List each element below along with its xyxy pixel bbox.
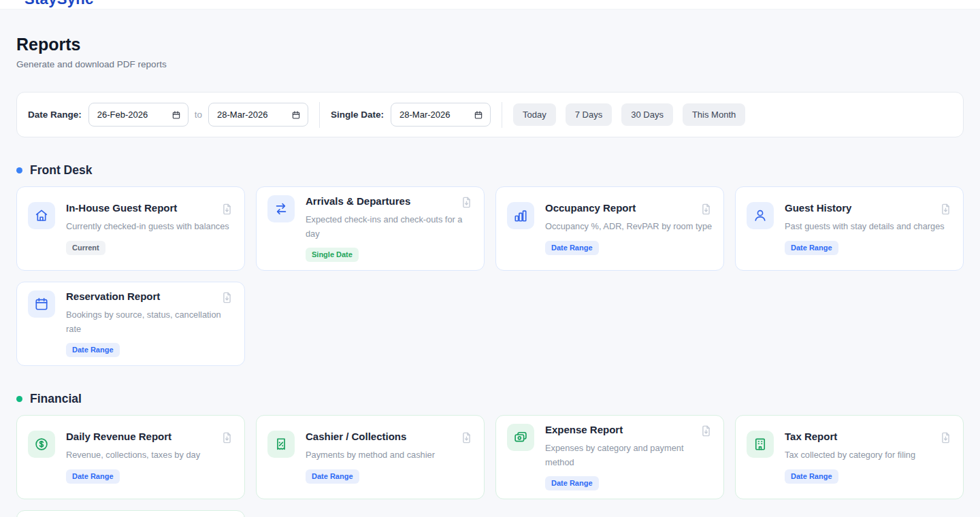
report-card-daily-revenue-report[interactable]: Daily Revenue ReportRevenue, collections… [16, 415, 245, 499]
section-front-desk: Front DeskIn-House Guest ReportCurrently… [16, 163, 964, 366]
report-card-grid: In-House Guest ReportCurrently checked-i… [16, 186, 964, 366]
card-description: Past guests with stay details and charge… [785, 220, 952, 234]
card-title: Arrivals & Departures [306, 195, 410, 208]
section-accent-dot [16, 396, 22, 402]
report-card-cashier-collections[interactable]: Cashier / CollectionsPayments by method … [256, 415, 485, 499]
app-header: StaySync [0, 0, 980, 10]
report-card-tax-report[interactable]: Tax ReportTax collected by category for … [735, 415, 964, 499]
app-logo[interactable]: StaySync [24, 0, 93, 8]
card-title: Reservation Report [66, 290, 160, 303]
card-badge: Date Range [66, 343, 120, 357]
report-card-arrivals-departures[interactable]: Arrivals & DeparturesExpected check-ins … [256, 186, 485, 271]
file-download-icon [460, 196, 473, 209]
file-download-icon [939, 203, 952, 216]
page-title: Reports [16, 35, 964, 54]
card-body: In-House Guest ReportCurrently checked-i… [66, 202, 233, 255]
cash-stack-icon [507, 424, 534, 451]
card-description: Payments by method and cashier [306, 448, 473, 463]
quick-range-button-7-days[interactable]: 7 Days [566, 103, 612, 126]
reports-page: Reports Generate and download PDF report… [0, 35, 980, 517]
card-title: In-House Guest Report [66, 202, 177, 215]
report-card-guest-history[interactable]: Guest HistoryPast guests with stay detai… [735, 186, 964, 271]
card-badge: Current [66, 241, 105, 255]
receipt-icon [267, 431, 295, 458]
section-header: Front Desk [16, 163, 964, 178]
filter-divider [502, 102, 502, 128]
card-badge: Date Range [545, 476, 599, 490]
section-header: Financial [16, 392, 964, 406]
card-description: Tax collected by category for filing [785, 448, 952, 463]
card-title: Daily Revenue Report [66, 431, 172, 444]
dollar-circle-icon [28, 431, 55, 458]
file-download-icon [700, 424, 713, 437]
quick-range-button-today[interactable]: Today [513, 103, 556, 126]
file-download-icon [220, 291, 233, 304]
card-body: Daily Revenue ReportRevenue, collections… [66, 431, 233, 484]
card-description: Occupancy %, ADR, RevPAR by room type [545, 220, 713, 234]
card-body: Tax ReportTax collected by category for … [785, 431, 952, 484]
card-body: Guest HistoryPast guests with stay detai… [785, 202, 952, 255]
card-body: Expense ReportExpenses by category and p… [545, 424, 713, 490]
calendar-picker-icon[interactable] [474, 110, 483, 120]
card-body: Reservation ReportBookings by source, st… [66, 290, 233, 357]
building-icon [747, 431, 774, 458]
card-description: Expenses by category and payment method [545, 441, 713, 469]
file-download-icon [700, 203, 713, 216]
single-date-label: Single Date: [331, 110, 384, 120]
date-range-label: Date Range: [28, 110, 82, 120]
card-body: Occupancy ReportOccupancy %, ADR, RevPAR… [545, 202, 713, 255]
section-accent-dot [16, 167, 22, 173]
report-sections: Front DeskIn-House Guest ReportCurrently… [16, 163, 964, 517]
report-card-occupancy-report[interactable]: Occupancy ReportOccupancy %, ADR, RevPAR… [495, 186, 724, 271]
person-icon [747, 202, 774, 229]
quick-range-button-this-month[interactable]: This Month [683, 103, 745, 126]
card-description: Bookings by source, status, cancellation… [66, 308, 233, 336]
file-download-icon [460, 431, 473, 444]
page-subtitle: Generate and download PDF reports [16, 59, 964, 69]
card-title: Cashier / Collections [306, 431, 406, 444]
card-badge: Date Range [306, 469, 359, 484]
range-end-input[interactable] [208, 103, 308, 127]
card-badge: Single Date [306, 248, 359, 262]
single-date-value[interactable] [399, 110, 470, 120]
quick-range-buttons: Today7 Days30 DaysThis Month [513, 103, 745, 126]
bar-chart-icon [507, 202, 534, 229]
calendar-icon [28, 290, 55, 318]
card-title: Expense Report [545, 424, 623, 437]
report-card-grid: Daily Revenue ReportRevenue, collections… [16, 415, 964, 517]
card-title: Occupancy Report [545, 202, 636, 215]
report-card-in-house-guest-report[interactable]: In-House Guest ReportCurrently checked-i… [16, 186, 245, 271]
report-card-expense-report[interactable]: Expense ReportExpenses by category and p… [495, 415, 724, 499]
card-title: Guest History [785, 202, 851, 215]
card-body: Arrivals & DeparturesExpected check-ins … [306, 195, 473, 262]
quick-range-button-30-days[interactable]: 30 Days [621, 103, 673, 126]
range-separator: to [195, 110, 202, 120]
filter-bar: Date Range: to Single Date: Today7 Days3… [16, 92, 964, 137]
card-title: Tax Report [785, 431, 837, 444]
report-card-partial[interactable] [16, 510, 245, 517]
card-body: Cashier / CollectionsPayments by method … [306, 431, 473, 484]
file-download-icon [220, 203, 233, 216]
section-financial: FinancialDaily Revenue ReportRevenue, co… [16, 392, 964, 517]
swap-arrows-icon [267, 195, 295, 222]
card-description: Currently checked-in guests with balance… [66, 220, 233, 234]
range-start-value[interactable] [97, 110, 167, 120]
calendar-picker-icon[interactable] [291, 110, 301, 120]
card-badge: Date Range [545, 241, 599, 255]
card-badge: Date Range [785, 241, 838, 255]
app-root: StaySync Reports Generate and download P… [0, 0, 980, 517]
calendar-picker-icon[interactable] [172, 110, 181, 120]
report-card-reservation-report[interactable]: Reservation ReportBookings by source, st… [16, 282, 245, 366]
card-badge: Date Range [66, 469, 120, 484]
single-date-input[interactable] [391, 103, 491, 127]
filter-divider [319, 102, 320, 128]
range-end-value[interactable] [217, 110, 287, 120]
section-title: Front Desk [30, 163, 92, 178]
house-icon [28, 202, 55, 229]
section-title: Financial [30, 392, 82, 406]
card-description: Revenue, collections, taxes by day [66, 448, 233, 463]
range-start-input[interactable] [88, 103, 189, 127]
file-download-icon [939, 431, 952, 444]
card-badge: Date Range [785, 469, 838, 484]
file-download-icon [220, 431, 233, 444]
